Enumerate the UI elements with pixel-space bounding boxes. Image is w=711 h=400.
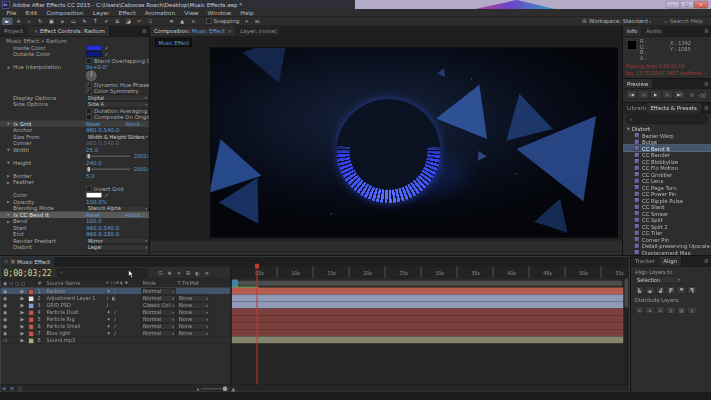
zoom-slider[interactable] (201, 388, 229, 390)
menu-item[interactable]: View (180, 9, 203, 16)
timeline-toggle-icon[interactable]: ≡ (205, 270, 209, 276)
layer-name[interactable]: GRID.PSD (47, 302, 71, 308)
twirl-icon[interactable] (21, 323, 25, 329)
param-slider[interactable] (86, 169, 130, 171)
visibility-eye-icon[interactable]: ◉ (3, 302, 7, 308)
distribute-icon[interactable]: ≡ (646, 307, 655, 315)
timeline-layer-row[interactable]: ◉ 7 Blue light ✦ ∕ Normal▾ None▾ (1, 330, 231, 337)
layer-switches[interactable]: ∕ ◐ (107, 295, 118, 301)
transport-button[interactable]: ▷ (662, 91, 673, 99)
effect-param-row[interactable]: fx ✐ ▾ (0, 71, 149, 82)
layer-duration-bar[interactable] (232, 288, 624, 295)
layer-name[interactable]: Particle Dust (47, 309, 79, 315)
visibility-eye-icon[interactable]: ◉ (3, 330, 7, 336)
layer-duration-bar[interactable] (232, 323, 624, 330)
audio-speaker-icon[interactable]: ◁ (3, 337, 7, 343)
workspace-switcher[interactable]: ⊞ Workspace: Standard ▾ (580, 18, 651, 25)
align-icon[interactable]: ▟ (656, 287, 665, 295)
distribute-icon[interactable]: ≣ (635, 307, 644, 315)
clone-stamp-tool[interactable]: ⧉ (112, 18, 123, 26)
param-checkbox[interactable] (86, 89, 92, 95)
search-help-field[interactable]: ⌕ Search Help (662, 18, 703, 25)
param-checkbox[interactable] (86, 82, 92, 88)
time-ruler[interactable]: 05s10s15s20s25s30s35s40s45s50s55s (232, 267, 624, 279)
layer-switches[interactable]: ✦ ∕ (107, 316, 117, 322)
vertical-scrollbar[interactable] (624, 267, 630, 385)
expand-transfer-controls-icon[interactable]: ⊞ (10, 386, 14, 391)
timeline-layer-row[interactable]: ◉ 1 Radium ✦ ∕ Normal▾ ▾ (1, 288, 231, 295)
trkmat-column-header[interactable]: T TrkMat (178, 281, 199, 287)
rotation-tool[interactable]: ↻ (35, 18, 46, 26)
tab-effect-controls[interactable]: ✕Effect Controls: Radium (27, 26, 109, 36)
twirl-icon[interactable] (21, 337, 25, 343)
effects-search-input[interactable]: ⌕ (626, 115, 708, 124)
panel-menu-icon[interactable]: ≣ (701, 79, 711, 88)
timeline-toggle-icon[interactable]: ⊡ (158, 270, 162, 276)
number-column-header[interactable]: # (38, 281, 42, 287)
composition-breadcrumb[interactable]: Music Effect (155, 39, 192, 48)
tab-timeline-composition[interactable]: ✕ ▦ Music Effect (1, 257, 55, 267)
align-icon[interactable]: ▙ (635, 287, 644, 295)
menu-item[interactable]: Composition (42, 9, 88, 16)
layer-name[interactable]: Adjustment Layer 1 (47, 295, 96, 301)
layer-duration-bar[interactable] (232, 337, 624, 344)
visibility-eye-icon[interactable]: ◉ (3, 295, 7, 301)
twirl-icon[interactable]: ▼ (627, 127, 630, 131)
reset-link[interactable]: Reset (86, 212, 100, 218)
eyedropper-icon[interactable]: ✐ (105, 45, 109, 50)
close-icon[interactable]: ✕ (5, 259, 9, 264)
transport-button[interactable]: ◁ (638, 91, 649, 99)
color-swatch[interactable] (86, 52, 102, 58)
transport-button[interactable]: |◀ (626, 91, 637, 99)
maximize-button[interactable]: ▢ (680, 1, 694, 9)
expand-layer-switches-icon[interactable]: ≣ (3, 386, 7, 391)
effect-param-row[interactable]: fx Distort Distort ✐ Legal Legal▾ (0, 244, 149, 251)
visibility-eye-icon[interactable]: ◉ (3, 323, 7, 329)
preview-option-icon[interactable]: ⟳ (690, 92, 694, 98)
layer-switches[interactable]: ∕ (107, 302, 110, 308)
toolbar-extra-icon[interactable]: ▲ (177, 18, 188, 26)
type-tool[interactable]: T (90, 18, 101, 26)
distribute-icon[interactable]: ≣ (656, 307, 665, 315)
tab-composition[interactable]: Composition:Music Effect ✕ (150, 26, 236, 36)
tab-align[interactable]: Align (659, 256, 681, 266)
zoom-tool[interactable]: ⌕ (24, 18, 35, 26)
camera-tool[interactable]: ▣ (46, 18, 57, 26)
composition-canvas[interactable] (210, 48, 618, 238)
layer-switches[interactable]: ✦ ∕ (107, 309, 117, 315)
roto-brush-tool[interactable]: ✄ (134, 18, 145, 26)
visibility-eye-icon[interactable]: ◉ (3, 309, 7, 315)
align-icon[interactable]: ▛ (667, 287, 676, 295)
tab-preview[interactable]: Preview (623, 79, 653, 88)
tab-layer[interactable]: Layer:(none) (236, 26, 281, 36)
timeline-layer-row[interactable]: ◉ 5 Particle Rig ✦ ∕ Normal▾ None▾ (1, 316, 231, 323)
tab-info[interactable]: Info (623, 26, 642, 36)
layer-name[interactable]: Radium (47, 288, 66, 294)
effect-item[interactable]: Detail-preserving Upscale (623, 243, 711, 250)
zoom-in-mountain-icon[interactable]: ▲ (231, 385, 235, 392)
tab-audio[interactable]: Audio (642, 26, 666, 36)
timeline-toggle-icon[interactable]: ◐ (195, 270, 199, 276)
pan-behind-tool[interactable]: ⧈ (57, 18, 68, 26)
tab-effects-presets[interactable]: Effects & Presets (646, 103, 701, 113)
timeline-toggle-icon[interactable]: ❖ (167, 270, 171, 276)
timeline-layer-row[interactable]: ◉ 3 GRID.PSD ∕ Classic Col...▾ None▾ (1, 302, 231, 309)
source-name-column-header[interactable]: Source Name (47, 281, 81, 287)
timeline-layer-row[interactable]: ◉ 6 Particle Small ✦ ∕ Normal▾ None▾ (1, 323, 231, 330)
menu-item[interactable]: Effect (114, 9, 140, 16)
twirl-icon[interactable] (21, 309, 25, 315)
timeline-toggle-icon[interactable]: ✦ (177, 270, 181, 276)
layer-switches[interactable]: ✦ ∕ (107, 323, 117, 329)
snapping-option-icon[interactable]: ⋉ (252, 18, 263, 26)
close-icon[interactable]: ✕ (228, 29, 232, 34)
distribute-icon[interactable]: ∥ (667, 307, 676, 315)
pen-tool[interactable]: ✎ (79, 18, 90, 26)
snapping-option-icon[interactable]: ⌖ (241, 18, 252, 26)
param-checkbox[interactable] (86, 108, 92, 114)
current-time-indicator-head[interactable] (255, 264, 259, 269)
about-link[interactable]: About... (125, 121, 145, 127)
menu-item[interactable]: Window (203, 9, 236, 16)
layer-duration-bar[interactable] (232, 302, 624, 309)
minimize-button[interactable]: – (666, 1, 680, 9)
align-to-dropdown[interactable]: Selection▾ (635, 276, 682, 284)
